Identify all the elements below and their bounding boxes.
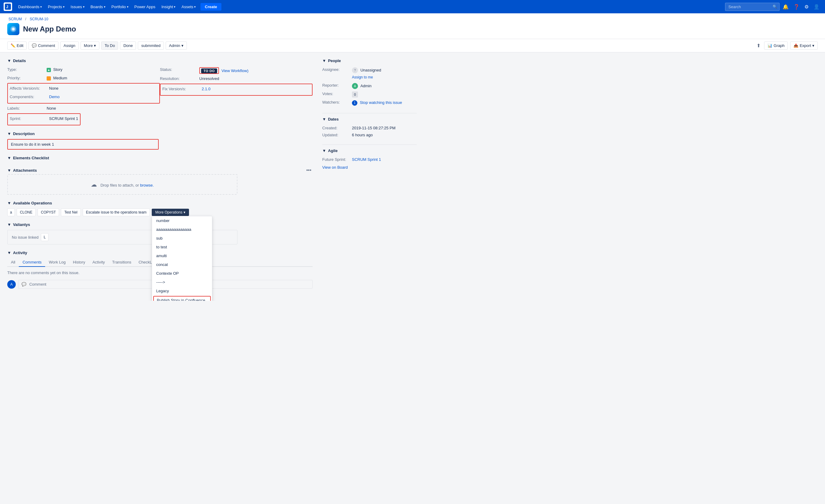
attachments-more-button[interactable]: ••• xyxy=(305,166,312,174)
attachments-header: ▼ Attachments ••• xyxy=(7,166,312,174)
breadcrumb: SCRUM / SCRUM-10 xyxy=(7,17,818,21)
edit-button[interactable]: ✏️ Edit xyxy=(7,42,27,50)
todo-button[interactable]: To Do xyxy=(101,42,118,50)
story-icon: ▲ xyxy=(47,68,51,72)
votes-badge: 0 xyxy=(352,91,358,97)
dropdown-item-legacy[interactable]: Legacy xyxy=(152,287,212,295)
graph-button[interactable]: 📊 Graph xyxy=(764,42,788,50)
nav-boards[interactable]: Boards ▾ xyxy=(88,3,108,10)
attachments-toggle-icon: ▼ xyxy=(7,168,11,173)
admin-button[interactable]: Admin ▾ xyxy=(166,42,187,50)
type-value: ▲ Story xyxy=(47,67,62,72)
attachments-drop-area[interactable]: ☁ Drop files to attach, or browse. xyxy=(7,174,237,195)
export-chevron-icon: ▾ xyxy=(812,43,814,48)
portfolio-chevron-icon: ▾ xyxy=(127,5,129,8)
more-chevron-icon: ▾ xyxy=(94,43,96,48)
comment-user-avatar: A xyxy=(7,280,16,289)
details-header[interactable]: ▼ Details xyxy=(7,59,312,63)
left-column: ▼ Details Type: ▲ Story Priority: xyxy=(7,59,320,295)
toolbar-right: ⬆ 📊 Graph 📤 Export ▾ xyxy=(755,42,818,50)
nav-portfolio[interactable]: Portfolio ▾ xyxy=(109,3,131,10)
priority-icon xyxy=(47,76,51,81)
breadcrumb-project[interactable]: SCRUM xyxy=(8,17,22,21)
updated-row: Updated: 6 hours ago xyxy=(322,132,417,138)
valiantys-toggle-icon: ▼ xyxy=(7,222,11,227)
view-on-board-link[interactable]: View on Board xyxy=(322,165,348,169)
dates-toggle-icon: ▼ xyxy=(322,117,326,122)
reporter-avatar: A xyxy=(352,83,358,89)
more-button[interactable]: More ▾ xyxy=(81,42,100,50)
description-header[interactable]: ▼ Description xyxy=(7,132,312,136)
insight-chevron-icon: ▾ xyxy=(174,5,175,8)
sprint-value: SCRUM Sprint 1 xyxy=(49,116,78,121)
settings-icon[interactable]: ⚙ xyxy=(803,3,811,11)
nav-assets[interactable]: Assets ▾ xyxy=(179,3,198,10)
search-input[interactable] xyxy=(725,3,779,11)
dates-header[interactable]: ▼ Dates xyxy=(322,117,417,122)
share-button[interactable]: ⬆ xyxy=(755,42,762,50)
stop-watching-link[interactable]: Stop watching this issue xyxy=(360,100,402,105)
notifications-icon[interactable]: 🔔 xyxy=(781,3,791,11)
dropdown-item-amulti[interactable]: amulti xyxy=(152,251,212,260)
done-button[interactable]: Done xyxy=(120,42,136,50)
boards-chevron-icon: ▾ xyxy=(104,5,105,8)
assign-me-link[interactable]: Assign to me xyxy=(352,75,417,79)
dropdown-item-concat[interactable]: concat xyxy=(152,260,212,269)
link-button[interactable]: L xyxy=(41,233,49,241)
tab-worklog[interactable]: Work Log xyxy=(45,258,69,267)
elements-checklist-header[interactable]: ▼ Elements Checklist xyxy=(7,156,312,160)
attachments-section-header[interactable]: ▼ Attachments xyxy=(7,168,37,173)
components-row: Component/s: Demo xyxy=(10,93,157,102)
details-right: Status: TO DO View Workflow) Resolution:… xyxy=(160,66,312,125)
people-header[interactable]: ▼ People xyxy=(322,59,417,63)
comment-button[interactable]: 💬 Comment xyxy=(28,42,58,50)
export-button[interactable]: 📤 Export ▾ xyxy=(790,42,818,50)
upload-icon: ☁ xyxy=(91,181,97,188)
more-operations-button[interactable]: More Operations ▾ xyxy=(152,209,189,216)
agile-header[interactable]: ▼ Agile xyxy=(322,148,417,153)
dropdown-item-sub[interactable]: sub xyxy=(152,234,212,242)
available-operations-header[interactable]: ▼ Available Operations xyxy=(7,201,312,205)
create-button[interactable]: Create xyxy=(201,3,221,11)
op-btn-escalate[interactable]: Escalate issue to the operations team xyxy=(83,208,150,216)
op-btn-clone[interactable]: CLONE xyxy=(17,208,36,216)
dropdown-item-aaa[interactable]: aaaaaaaaaaaaaaaa xyxy=(152,225,212,234)
tab-comments[interactable]: Comments xyxy=(19,258,45,267)
components-value[interactable]: Demo xyxy=(49,94,60,99)
right-column: ▼ People Assignee: ? Unassigned Assign t… xyxy=(320,59,417,295)
details-toggle-icon: ▼ xyxy=(7,59,11,63)
people-section: ▼ People Assignee: ? Unassigned Assign t… xyxy=(322,59,417,107)
admin-chevron-icon: ▾ xyxy=(181,43,183,48)
tab-activity[interactable]: Activity xyxy=(89,258,108,267)
assign-button[interactable]: Assign xyxy=(60,42,79,50)
dropdown-item-number[interactable]: number xyxy=(152,216,212,225)
nav-dashboards[interactable]: Dashboards ▾ xyxy=(16,3,44,10)
breadcrumb-issue[interactable]: SCRUM-10 xyxy=(30,17,48,21)
op-btn-test-nel[interactable]: Test Nel xyxy=(61,208,81,216)
user-avatar[interactable]: 👤 xyxy=(812,3,821,11)
page-title-row: New App Demo xyxy=(7,23,818,35)
op-btn-copyst[interactable]: COPYST xyxy=(38,208,59,216)
dropdown-item-contexte-op[interactable]: Contexte OP xyxy=(152,269,212,278)
nav-insight[interactable]: Insight ▾ xyxy=(159,3,178,10)
nav-power-apps[interactable]: Power Apps xyxy=(132,3,158,10)
browse-link[interactable]: browse. xyxy=(140,183,154,188)
updated-value: 6 hours ago xyxy=(352,133,373,137)
help-icon[interactable]: ❓ xyxy=(792,3,801,11)
checklist-toggle-icon: ▼ xyxy=(7,156,11,160)
dates-section: ▼ Dates Created: 2019-11-15 08:27:25 PM … xyxy=(322,117,417,138)
no-issue-label: No issue linked xyxy=(12,235,39,239)
dropdown-item-publish-story[interactable]: Publish Story in Confluence xyxy=(153,296,211,301)
future-sprint-value[interactable]: SCRUM Sprint 1 xyxy=(352,157,381,162)
dropdown-item-arrow[interactable]: -----> xyxy=(152,278,212,287)
tab-history[interactable]: History xyxy=(69,258,89,267)
fix-version-value[interactable]: 2.1.0 xyxy=(202,87,211,91)
submitted-button[interactable]: submmited xyxy=(138,42,164,50)
nav-issues[interactable]: Issues ▾ xyxy=(68,3,87,10)
tab-transitions[interactable]: Transitions xyxy=(108,258,135,267)
dropdown-item-to-test[interactable]: to test xyxy=(152,242,212,251)
op-btn-a[interactable]: a xyxy=(7,208,15,216)
view-workflow-link[interactable]: View Workflow) xyxy=(221,68,248,73)
nav-projects[interactable]: Projects ▾ xyxy=(46,3,67,10)
tab-all[interactable]: All xyxy=(7,258,19,267)
